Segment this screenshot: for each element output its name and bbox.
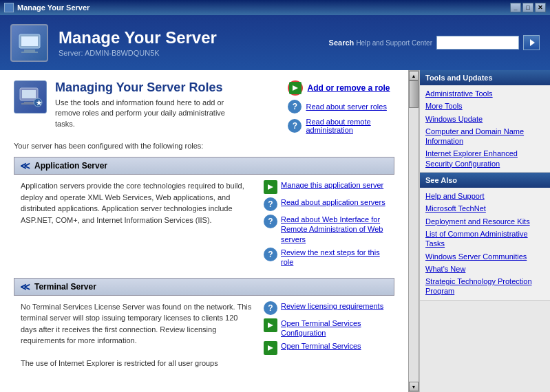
sidebar-link-computer-domain[interactable]: Computer and Domain Name Information (425, 127, 544, 146)
svg-marker-12 (268, 184, 273, 190)
page-description: Use the tools and information found here… (55, 98, 246, 129)
terminal-server-expand-icon[interactable]: ≪ (20, 281, 30, 292)
svg-rect-1 (21, 36, 38, 46)
scroll-down-arrow[interactable]: ▼ (409, 382, 419, 391)
sidebar-link-ie-security[interactable]: Internet Explorer Enhanced Security Conf… (425, 149, 544, 168)
app-server-expand-icon[interactable]: ≪ (20, 160, 30, 171)
header-icon (10, 24, 48, 62)
terminal-server-title: Terminal Server (34, 282, 96, 292)
app-server-title: Application Server (34, 161, 107, 171)
sidebar-link-whats-new[interactable]: What's New (425, 264, 544, 274)
title-icon (4, 3, 14, 12)
sidebar: Tools and Updates Administrative Tools M… (419, 70, 550, 392)
svg-marker-11 (293, 85, 298, 91)
scroll-thumb[interactable] (409, 80, 419, 108)
app-server-action-label-0[interactable]: Manage this application server (281, 180, 383, 190)
scroll-track (409, 80, 419, 382)
app-server-action-2[interactable]: ? Read about Web Interface for Remote Ad… (264, 215, 388, 244)
app-server-action-0[interactable]: Manage this application server (264, 180, 388, 194)
search-label: Search (329, 39, 355, 47)
svg-marker-4 (530, 39, 535, 46)
terminal-blue-q-0: ? (264, 301, 277, 315)
add-role-icon (288, 80, 303, 96)
page-header-text: Managing Your Server Roles Use the tools… (55, 80, 246, 129)
content-area: ★ Managing Your Server Roles Use the too… (0, 70, 408, 392)
page-title: Managing Your Server Roles (55, 80, 246, 95)
app-server-action-3[interactable]: ? Review the next steps for this role (264, 248, 388, 268)
sidebar-link-deployment[interactable]: Deployment and Resource Kits (425, 217, 544, 226)
see-also-section-header: See Also (420, 173, 550, 188)
maximize-button[interactable]: □ (522, 3, 533, 12)
svg-rect-7 (24, 102, 34, 103)
blue-q-icon-1: ? (264, 197, 277, 211)
page-header-icon: ★ (14, 80, 47, 113)
read-remote-button[interactable]: ? Read about remote administration (288, 118, 394, 134)
svg-rect-6 (22, 90, 36, 98)
terminal-green-arrow-1 (264, 318, 277, 332)
terminal-server-description: No Terminal Services License Server was … (21, 301, 253, 369)
svg-marker-13 (268, 323, 273, 328)
sidebar-link-strategic[interactable]: Strategic Technology Protection Program (425, 276, 544, 296)
close-button[interactable]: ✕ (535, 3, 546, 12)
add-role-section: Add or remove a role ? Read about server… (288, 80, 394, 134)
app-server-description: Application servers provide the core tec… (21, 180, 253, 267)
sidebar-link-technet[interactable]: Microsoft TechNet (425, 204, 544, 213)
blue-q-icon-3: ? (264, 248, 277, 261)
terminal-server-section-header: ≪ Terminal Server (14, 278, 394, 296)
search-input[interactable] (436, 36, 519, 50)
header: Manage Your Server Server: ADMIN-B8WDQUN… (0, 15, 550, 70)
blue-q-icon-2: ? (264, 215, 277, 228)
sidebar-link-more-tools[interactable]: More Tools (425, 101, 544, 111)
search-sublabel: Help and Support Center (356, 39, 432, 47)
configured-text: Your server has been configured with the… (14, 142, 394, 150)
app-server-section-header: ≪ Application Server (14, 157, 394, 175)
scroll-up-arrow[interactable]: ▲ (409, 71, 419, 80)
minimize-button[interactable]: _ (510, 3, 521, 12)
read-server-roles-button[interactable]: ? Read about server roles (288, 100, 394, 113)
title-bar: Manage Your Server _ □ ✕ (0, 0, 550, 15)
sidebar-link-windows-update[interactable]: Windows Update (425, 114, 544, 124)
app-server-content: Application servers provide the core tec… (14, 180, 394, 267)
terminal-green-arrow-2 (264, 341, 277, 355)
main-layout: ★ Managing Your Server Roles Use the too… (0, 70, 550, 392)
terminal-action-0[interactable]: ? Review licensing requirements (264, 301, 388, 315)
app-server-action-label-2[interactable]: Read about Web Interface for Remote Admi… (281, 215, 388, 244)
app-server-action-1[interactable]: ? Read about application servers (264, 197, 388, 211)
app-server-actions: Manage this application server ? Read ab… (264, 180, 388, 267)
sidebar-link-communities[interactable]: Windows Server Communities (425, 252, 544, 261)
sidebar-link-admin-tools[interactable]: Administrative Tools (425, 89, 544, 98)
terminal-action-2[interactable]: Open Terminal Services (264, 341, 388, 355)
svg-rect-3 (21, 52, 38, 53)
search-bar: Search Help and Support Center (329, 35, 540, 50)
tools-links: Administrative Tools More Tools Windows … (420, 85, 550, 173)
header-title: Manage Your Server (59, 28, 329, 47)
page-header: ★ Managing Your Server Roles Use the too… (14, 80, 246, 129)
tools-section-header: Tools and Updates (420, 70, 550, 85)
search-container: Search Help and Support Center (329, 35, 540, 50)
main-scrollbar[interactable]: ▲ ▼ (408, 70, 419, 392)
terminal-server-content: No Terminal Services License Server was … (14, 301, 394, 369)
title-bar-buttons: _ □ ✕ (510, 3, 546, 12)
add-role-label[interactable]: Add or remove a role (307, 83, 390, 93)
terminal-action-label-1[interactable]: Open Terminal Services Configuration (281, 318, 388, 338)
green-arrow-inner (289, 82, 302, 94)
add-role-button[interactable]: Add or remove a role (288, 80, 394, 96)
green-arrow-icon-0 (264, 180, 277, 194)
title-bar-text: Manage Your Server (17, 3, 89, 12)
svg-marker-14 (268, 345, 273, 351)
sidebar-link-common-tasks[interactable]: List of Common Administrative Tasks (425, 229, 544, 249)
header-subtitle: Server: ADMIN-B8WDQUN5K (59, 49, 329, 57)
terminal-action-label-2[interactable]: Open Terminal Services (281, 341, 361, 351)
read-remote-label[interactable]: Read about remote administration (306, 118, 394, 134)
terminal-action-1[interactable]: Open Terminal Services Configuration (264, 318, 388, 338)
header-text: Manage Your Server Server: ADMIN-B8WDQUN… (59, 28, 329, 57)
terminal-server-actions: ? Review licensing requirements Open Ter… (264, 301, 388, 369)
search-button[interactable] (523, 35, 540, 50)
app-server-action-label-3[interactable]: Review the next steps for this role (281, 248, 388, 268)
app-server-action-label-1[interactable]: Read about application servers (281, 197, 385, 207)
terminal-action-label-0[interactable]: Review licensing requirements (281, 301, 383, 311)
read-server-roles-label[interactable]: Read about server roles (306, 102, 386, 111)
read-server-roles-icon: ? (288, 100, 302, 113)
svg-rect-2 (24, 50, 35, 52)
sidebar-link-help[interactable]: Help and Support (425, 191, 544, 201)
